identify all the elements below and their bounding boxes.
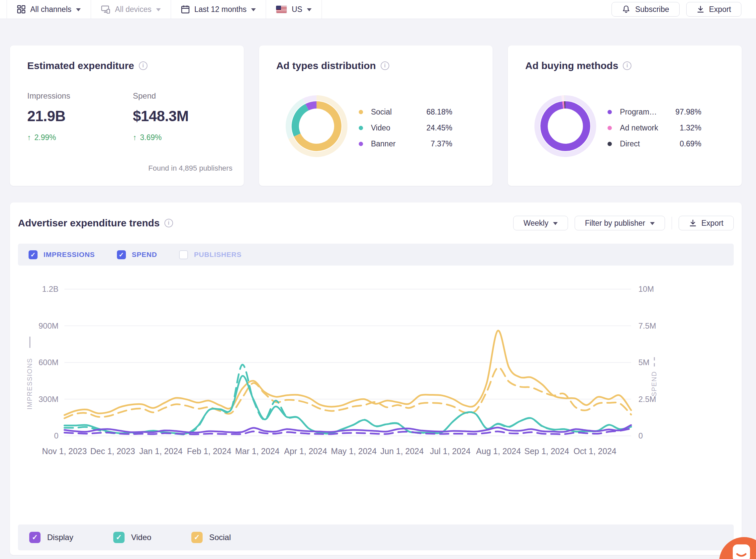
svg-text:Oct 1, 2024: Oct 1, 2024	[573, 446, 616, 456]
trends-title: Advertiser expenditure trends	[18, 218, 160, 229]
card-title: Ad types distribution	[276, 60, 376, 71]
chevron-down-icon	[650, 222, 655, 225]
advertiser-expenditure-trends-card: Advertiser expenditure trends Weekly Fil…	[10, 202, 742, 555]
export-button[interactable]: Export	[686, 2, 741, 17]
impressions-stat-value: 21.9B	[27, 108, 133, 125]
channels-filter-label: All channels	[30, 5, 71, 14]
impressions-stat: Impressions 21.9B ↑ 2.99%	[27, 91, 133, 142]
divider	[672, 217, 672, 229]
up-arrow-icon: ↑	[27, 133, 31, 142]
chevron-down-icon	[307, 8, 311, 11]
checkbox-icon: ✓	[28, 250, 38, 259]
svg-text:Dec 1, 2023: Dec 1, 2023	[90, 446, 135, 456]
trend-chart-area: 00300M2.5M600M5M900M7.5M1.2B10MNov 1, 20…	[18, 284, 734, 465]
metric-toggle-label: PUBLISHERS	[194, 251, 241, 259]
date-range-label: Last 12 months	[194, 5, 246, 14]
metric-toggle-row: ✓ IMPRESSIONS ✓ SPEND PUBLISHERS	[18, 244, 734, 266]
legend-row[interactable]: Video 24.45%	[359, 120, 452, 136]
calendar-icon	[181, 5, 190, 14]
estimated-expenditure-card: Estimated expenditure Impressions 21.9B …	[10, 45, 244, 186]
legend-row[interactable]: Social 68.18%	[359, 104, 452, 120]
export-label: Export	[709, 5, 731, 14]
svg-text:Jul 1, 2024: Jul 1, 2024	[430, 446, 470, 456]
chart-export-button[interactable]: Export	[678, 216, 734, 230]
svg-text:Sep 1, 2024: Sep 1, 2024	[524, 446, 569, 456]
legend-label: Banner	[371, 139, 395, 149]
ad-buying-donut-chart	[531, 91, 600, 161]
legend-row[interactable]: Ad network 1.32%	[607, 120, 701, 136]
svg-text:600M: 600M	[39, 358, 59, 367]
filter-by-publisher-dropdown[interactable]: Filter by publisher	[575, 216, 665, 230]
svg-text:10M: 10M	[639, 285, 654, 293]
metric-toggle-label: IMPRESSIONS	[44, 251, 95, 259]
svg-text:0: 0	[639, 431, 643, 440]
legend-label: Direct	[620, 139, 640, 149]
impressions-toggle[interactable]: ✓ IMPRESSIONS	[28, 250, 95, 259]
social-series-toggle[interactable]: ✓ Social	[191, 532, 231, 543]
series-toggle-label: Social	[209, 533, 231, 542]
direct-dot-icon	[607, 142, 612, 146]
subscribe-label: Subscribe	[635, 5, 669, 14]
download-icon	[689, 219, 697, 227]
info-icon[interactable]	[165, 219, 173, 227]
svg-text:Jun 1, 2024: Jun 1, 2024	[380, 446, 424, 456]
bell-icon	[622, 5, 630, 14]
subscribe-button[interactable]: Subscribe	[611, 2, 679, 17]
svg-text:Apr 1, 2024: Apr 1, 2024	[284, 446, 327, 456]
svg-text:Jan 1, 2024: Jan 1, 2024	[139, 446, 183, 456]
download-icon	[696, 5, 705, 13]
legend-value: 24.45%	[427, 124, 452, 132]
country-filter[interactable]: US	[266, 0, 322, 19]
devices-filter[interactable]: All devices	[91, 0, 171, 19]
svg-text:5M: 5M	[639, 358, 649, 367]
display-series-toggle[interactable]: ✓ Display	[29, 532, 73, 543]
svg-text:900M: 900M	[39, 321, 59, 330]
legend-row[interactable]: Direct 0.69%	[607, 136, 701, 152]
country-label: US	[291, 5, 302, 14]
interval-dropdown[interactable]: Weekly	[513, 216, 568, 230]
svg-text:May 1, 2024: May 1, 2024	[331, 446, 377, 456]
filter-label: Filter by publisher	[585, 219, 645, 228]
chevron-down-icon	[156, 8, 161, 11]
chevron-down-icon	[251, 8, 256, 11]
metric-toggle-label: SPEND	[132, 251, 157, 259]
legend-row[interactable]: Banner 7.37%	[359, 136, 452, 152]
ad-types-card: Ad types distribution Social 68.18% Vide…	[259, 45, 493, 186]
svg-text:IMPRESSIONS: IMPRESSIONS	[26, 358, 33, 409]
legend-value: 68.18%	[427, 108, 452, 116]
impressions-delta-value: 2.99%	[35, 133, 56, 142]
chevron-down-icon	[553, 222, 558, 225]
programmatic-dot-icon	[607, 110, 612, 114]
checkbox-icon	[179, 250, 188, 259]
info-icon[interactable]	[623, 61, 631, 70]
devices-filter-label: All devices	[115, 5, 151, 14]
svg-text:300M: 300M	[39, 395, 59, 404]
video-dot-icon	[359, 126, 363, 130]
us-flag-icon	[276, 6, 287, 13]
banner-dot-icon	[359, 142, 363, 146]
info-icon[interactable]	[139, 61, 148, 70]
legend-label: Ad network	[620, 124, 658, 132]
legend-row[interactable]: Program… 97.98%	[607, 104, 701, 120]
svg-text:7.5M: 7.5M	[639, 321, 656, 330]
up-arrow-icon: ↑	[133, 133, 137, 142]
trend-line-chart[interactable]: 00300M2.5M600M5M900M7.5M1.2B10MNov 1, 20…	[18, 284, 734, 463]
info-icon[interactable]	[381, 61, 389, 70]
impressions-stat-label: Impressions	[27, 91, 133, 100]
chart-export-label: Export	[701, 219, 723, 228]
spend-toggle[interactable]: ✓ SPEND	[117, 250, 157, 259]
ad-network-dot-icon	[607, 126, 612, 130]
series-toggle-label: Display	[47, 533, 73, 542]
spend-delta: ↑ 3.69%	[133, 133, 238, 142]
trends-controls: Weekly Filter by publisher Export	[513, 216, 734, 230]
toolbar-actions: Subscribe Export	[611, 0, 756, 19]
legend-value: 0.69%	[679, 139, 701, 149]
date-range-filter[interactable]: Last 12 months	[171, 0, 266, 19]
ad-buying-card: Ad buying methods Program… 97.98% Ad net…	[508, 45, 742, 186]
video-series-toggle[interactable]: ✓ Video	[113, 532, 151, 543]
spend-stat-value: $148.3M	[133, 108, 238, 125]
publishers-toggle[interactable]: PUBLISHERS	[179, 250, 241, 259]
channels-filter[interactable]: All channels	[7, 0, 91, 19]
card-title: Ad buying methods	[525, 60, 618, 71]
spend-stat: Spend $148.3M ↑ 3.69%	[133, 91, 238, 142]
